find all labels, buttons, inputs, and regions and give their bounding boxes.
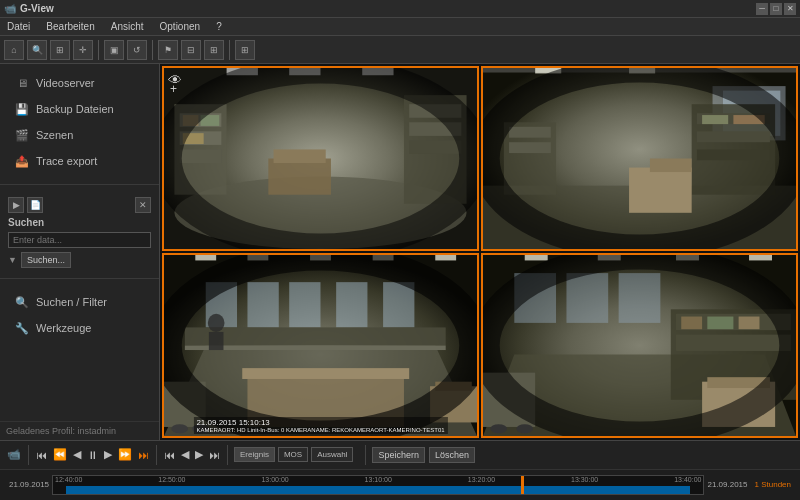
menu-bearbeiten[interactable]: Bearbeiten: [43, 20, 97, 33]
tl-play-button[interactable]: ▶: [103, 447, 113, 462]
sidebar-item-trace[interactable]: 📤 Trace export: [8, 148, 151, 174]
warehouse-scene-top-right: [483, 68, 796, 249]
sidebar-suchen-label: Suchen / Filter: [36, 296, 107, 308]
event-tab-ereignis[interactable]: Ereignis: [234, 447, 275, 462]
video-cell-bottom-right[interactable]: [481, 253, 798, 438]
tb-layout1-button[interactable]: ▣: [104, 40, 124, 60]
search-close-button[interactable]: ✕: [135, 197, 151, 213]
tl-time-5: 13:30:00: [571, 476, 598, 483]
sidebar: 🖥 Videoserver 💾 Backup Dateien 🎬 Szenen …: [0, 64, 160, 440]
sidebar-item-suchen-filter[interactable]: 🔍 Suchen / Filter: [8, 289, 151, 315]
app-icon: 📹: [4, 3, 16, 14]
svg-rect-42: [289, 282, 320, 327]
tl-skip-forward-button[interactable]: ⏭: [137, 448, 150, 462]
svg-rect-60: [435, 255, 456, 260]
menu-optionen[interactable]: Optionen: [157, 20, 204, 33]
tl-time-labels: 12:40:00 12:50:00 13:00:00 13:10:00 13:2…: [53, 476, 703, 483]
tb-home-button[interactable]: ⌂: [4, 40, 24, 60]
sidebar-item-szenen[interactable]: 🎬 Szenen: [8, 122, 151, 148]
video-timestamp: 21.09.2015 15:10:13 KAMERAORT: HD Linit-…: [193, 417, 447, 434]
svg-rect-5: [180, 149, 222, 163]
search-play-button[interactable]: ▶: [8, 197, 24, 213]
maximize-button[interactable]: □: [770, 3, 782, 15]
tb-flag-button[interactable]: ⚑: [158, 40, 178, 60]
tb-cursor-button[interactable]: ✛: [73, 40, 93, 60]
tl-skip-back-button[interactable]: ⏮: [35, 448, 48, 462]
sidebar-werkzeuge-label: Werkzeuge: [36, 322, 91, 334]
menu-ansicht[interactable]: Ansicht: [108, 20, 147, 33]
videoserver-icon: 🖥: [14, 75, 30, 91]
event-tab-auswahl[interactable]: Auswahl: [311, 447, 353, 462]
svg-rect-32: [509, 127, 551, 138]
search-filter-row: ▼ Suchen...: [8, 252, 151, 268]
tl-delete-button[interactable]: Löschen: [429, 447, 475, 463]
tb-grid-button[interactable]: ⊞: [50, 40, 70, 60]
event-tab-mos[interactable]: MOS: [278, 447, 308, 462]
video-cell-top-left[interactable]: 👁 +: [162, 66, 479, 251]
search-input[interactable]: [8, 232, 151, 248]
tl-prev-frame-button[interactable]: ◀: [72, 447, 82, 462]
close-button[interactable]: ✕: [784, 3, 796, 15]
sidebar-item-werkzeuge[interactable]: 🔧 Werkzeuge: [8, 315, 151, 341]
video-cell-top-right[interactable]: [481, 66, 798, 251]
window-controls: ─ □ ✕: [756, 3, 796, 15]
main-layout: 🖥 Videoserver 💾 Backup Dateien 🎬 Szenen …: [0, 64, 800, 440]
tl-rewind-button[interactable]: ⏪: [52, 447, 68, 462]
svg-rect-56: [195, 255, 216, 260]
svg-rect-67: [681, 317, 702, 330]
svg-rect-77: [619, 273, 661, 323]
tb-sep-3: [229, 40, 230, 60]
tb-sep-1: [98, 40, 99, 60]
menu-datei[interactable]: Datei: [4, 20, 33, 33]
sidebar-search-section: ▶ 📄 ✕ Suchen ▼ Suchen...: [0, 189, 159, 274]
tl-pause-button[interactable]: ⏸: [86, 448, 99, 462]
tl-nav-prev-button[interactable]: ◀: [180, 447, 190, 462]
timeline-track[interactable]: 12:40:00 12:50:00 13:00:00 13:10:00 13:2…: [52, 475, 704, 495]
svg-point-73: [490, 424, 507, 433]
svg-rect-66: [676, 335, 791, 351]
warehouse-scene-bottom-right: [483, 255, 796, 436]
tl-date-end: 21.09.2015: [707, 480, 747, 489]
tb-view2-button[interactable]: ⊞: [204, 40, 224, 60]
svg-rect-78: [525, 255, 548, 260]
svg-rect-33: [509, 142, 551, 153]
video-area: 👁 +: [160, 64, 800, 440]
tb-rotate-button[interactable]: ↺: [127, 40, 147, 60]
tl-sep-4: [365, 445, 366, 465]
search-controls: ▶ 📄 ✕: [8, 197, 151, 213]
svg-rect-69: [739, 317, 760, 330]
tl-time-1: 12:50:00: [158, 476, 185, 483]
tl-save-button[interactable]: Speichern: [372, 447, 425, 463]
profile-label: Geladenes Profil: instadmin: [6, 426, 116, 436]
svg-rect-43: [336, 282, 367, 327]
svg-rect-41: [247, 282, 278, 327]
tb-zoom-in-button[interactable]: 🔍: [27, 40, 47, 60]
tb-grid2-button[interactable]: ⊞: [235, 40, 255, 60]
tl-date-start: 21.09.2015: [9, 480, 49, 489]
tl-nav-end-button[interactable]: ⏭: [208, 448, 221, 462]
tl-nav-next-button[interactable]: ▶: [194, 447, 204, 462]
svg-rect-68: [707, 317, 733, 330]
trace-icon: 📤: [14, 153, 30, 169]
timeline-segment-recording: [66, 486, 690, 494]
search-button[interactable]: Suchen...: [21, 252, 71, 268]
svg-rect-9: [268, 159, 331, 195]
svg-rect-81: [749, 255, 772, 260]
search-doc-button[interactable]: 📄: [27, 197, 43, 213]
minimize-button[interactable]: ─: [756, 3, 768, 15]
tl-nav-start-button[interactable]: ⏮: [163, 448, 176, 462]
event-tabs: Ereignis MOS Auswahl: [234, 447, 353, 462]
svg-rect-27: [702, 115, 728, 124]
tl-fast-forward-button[interactable]: ⏩: [117, 447, 133, 462]
svg-rect-44: [383, 282, 414, 327]
sidebar-backup-label: Backup Dateien: [36, 103, 114, 115]
sidebar-footer: Geladenes Profil: instadmin: [0, 421, 159, 440]
sidebar-item-videoserver[interactable]: 🖥 Videoserver: [8, 70, 151, 96]
tb-view1-button[interactable]: ⊟: [181, 40, 201, 60]
sidebar-divider-1: [0, 184, 159, 185]
tl-time-3: 13:10:00: [365, 476, 392, 483]
warehouse-scene-top-left: [164, 68, 477, 249]
video-cell-bottom-left[interactable]: 21.09.2015 15:10:13 KAMERAORT: HD Linit-…: [162, 253, 479, 438]
menu-help[interactable]: ?: [213, 20, 225, 33]
sidebar-item-backup[interactable]: 💾 Backup Dateien: [8, 96, 151, 122]
